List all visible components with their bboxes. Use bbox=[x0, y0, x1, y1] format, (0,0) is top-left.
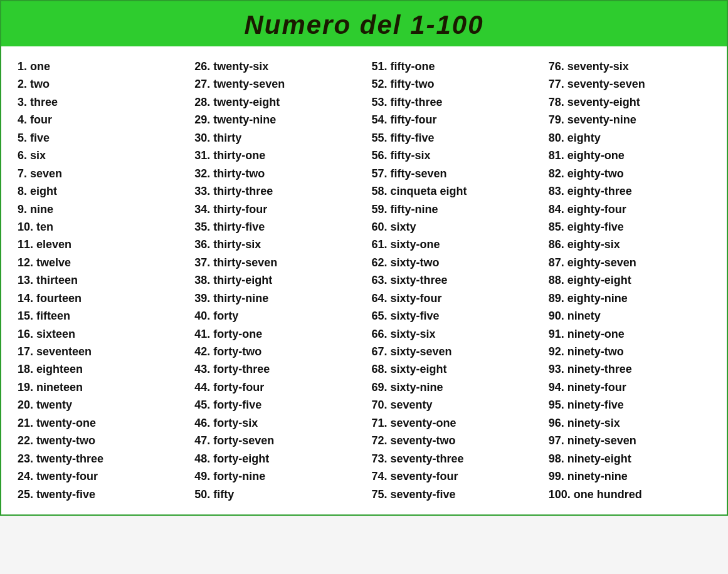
list-item: 62. sixty-two bbox=[372, 254, 539, 271]
numbers-content: 1. one2. two3. three4. four5. five6. six… bbox=[1, 46, 727, 514]
list-item: 90. ninety bbox=[549, 307, 715, 325]
list-item: 39. thirty-nine bbox=[194, 290, 361, 307]
list-item: 2. two bbox=[18, 75, 184, 93]
list-item: 83. eighty-three bbox=[549, 182, 715, 200]
list-item: 49. forty-nine bbox=[194, 467, 361, 485]
column-4: 76. seventy-six77. seventy-seven78. seve… bbox=[544, 58, 720, 503]
list-item: 85. eighty-five bbox=[549, 218, 715, 236]
list-item: 79. seventy-nine bbox=[549, 111, 715, 128]
list-item: 11. eleven bbox=[18, 236, 184, 253]
list-item: 64. sixty-four bbox=[372, 290, 539, 307]
list-item: 53. fifty-three bbox=[372, 93, 539, 111]
list-item: 48. forty-eight bbox=[194, 450, 361, 467]
list-item: 9. nine bbox=[18, 201, 184, 218]
list-item: 91. ninety-one bbox=[549, 325, 715, 343]
list-item: 95. ninety-five bbox=[549, 396, 715, 414]
list-item: 27. twenty-seven bbox=[194, 75, 361, 93]
list-item: 96. ninety-six bbox=[549, 414, 715, 432]
list-item: 1. one bbox=[18, 58, 184, 75]
list-item: 77. seventy-seven bbox=[549, 75, 715, 93]
list-item: 35. thirty-five bbox=[194, 218, 361, 236]
list-item: 59. fifty-nine bbox=[372, 201, 539, 218]
list-item: 16. sixteen bbox=[18, 325, 184, 343]
list-item: 73. seventy-three bbox=[372, 450, 539, 467]
list-item: 58. cinqueta eight bbox=[372, 182, 539, 200]
list-item: 57. fifty-seven bbox=[372, 165, 539, 182]
list-item: 13. thirteen bbox=[18, 271, 184, 289]
list-item: 78. seventy-eight bbox=[549, 93, 715, 111]
list-item: 17. seventeen bbox=[18, 343, 184, 360]
list-item: 43. forty-three bbox=[194, 360, 361, 378]
list-item: 46. forty-six bbox=[194, 414, 361, 432]
column-3: 51. fifty-one52. fifty-two53. fifty-thre… bbox=[367, 58, 544, 503]
list-item: 44. forty-four bbox=[194, 378, 361, 396]
list-item: 68. sixty-eight bbox=[372, 360, 539, 378]
list-item: 33. thirty-three bbox=[194, 182, 361, 200]
list-item: 6. six bbox=[18, 147, 184, 164]
list-item: 82. eighty-two bbox=[549, 165, 715, 182]
list-item: 29. twenty-nine bbox=[194, 111, 361, 128]
list-item: 81. eighty-one bbox=[549, 147, 715, 164]
list-item: 80. eighty bbox=[549, 129, 715, 147]
list-item: 67. sixty-seven bbox=[372, 343, 539, 360]
list-item: 87. eighty-seven bbox=[549, 254, 715, 271]
list-item: 51. fifty-one bbox=[372, 58, 539, 75]
list-item: 26. twenty-six bbox=[194, 58, 361, 75]
page-title: Numero del 1-100 bbox=[1, 10, 727, 40]
list-item: 94. ninety-four bbox=[549, 378, 715, 396]
list-item: 99. ninety-nine bbox=[549, 467, 715, 485]
list-item: 10. ten bbox=[18, 218, 184, 236]
list-item: 45. forty-five bbox=[194, 396, 361, 414]
list-item: 98. ninety-eight bbox=[549, 450, 715, 467]
list-item: 30. thirty bbox=[194, 129, 361, 147]
list-item: 56. fifty-six bbox=[372, 147, 539, 164]
list-item: 4. four bbox=[18, 111, 184, 128]
list-item: 93. ninety-three bbox=[549, 360, 715, 378]
main-container: Numero del 1-100 1. one2. two3. three4. … bbox=[0, 0, 728, 516]
list-item: 88. eighty-eight bbox=[549, 271, 715, 289]
list-item: 50. fifty bbox=[194, 486, 361, 503]
list-item: 3. three bbox=[18, 93, 184, 111]
list-item: 89. eighty-nine bbox=[549, 290, 715, 307]
list-item: 21. twenty-one bbox=[18, 414, 184, 432]
list-item: 92. ninety-two bbox=[549, 343, 715, 360]
list-item: 84. eighty-four bbox=[549, 201, 715, 218]
list-item: 42. forty-two bbox=[194, 343, 361, 360]
list-item: 5. five bbox=[18, 129, 184, 147]
list-item: 23. twenty-three bbox=[18, 450, 184, 467]
list-item: 76. seventy-six bbox=[549, 58, 715, 75]
column-2: 26. twenty-six27. twenty-seven28. twenty… bbox=[189, 58, 366, 503]
list-item: 65. sixty-five bbox=[372, 307, 539, 325]
list-item: 86. eighty-six bbox=[549, 236, 715, 253]
list-item: 7. seven bbox=[18, 165, 184, 182]
list-item: 8. eight bbox=[18, 182, 184, 200]
list-item: 34. thirty-four bbox=[194, 201, 361, 218]
list-item: 36. thirty-six bbox=[194, 236, 361, 253]
list-item: 75. seventy-five bbox=[372, 486, 539, 503]
list-item: 14. fourteen bbox=[18, 290, 184, 307]
page-header: Numero del 1-100 bbox=[1, 1, 727, 46]
list-item: 61. sixty-one bbox=[372, 236, 539, 253]
list-item: 72. seventy-two bbox=[372, 432, 539, 449]
list-item: 20. twenty bbox=[18, 396, 184, 414]
list-item: 52. fifty-two bbox=[372, 75, 539, 93]
list-item: 15. fifteen bbox=[18, 307, 184, 325]
list-item: 19. nineteen bbox=[18, 378, 184, 396]
list-item: 28. twenty-eight bbox=[194, 93, 361, 111]
list-item: 74. seventy-four bbox=[372, 467, 539, 485]
list-item: 25. twenty-five bbox=[18, 486, 184, 503]
list-item: 40. forty bbox=[194, 307, 361, 325]
list-item: 66. sixty-six bbox=[372, 325, 539, 343]
list-item: 22. twenty-two bbox=[18, 432, 184, 449]
list-item: 47. forty-seven bbox=[194, 432, 361, 449]
list-item: 32. thirty-two bbox=[194, 165, 361, 182]
list-item: 100. one hundred bbox=[549, 486, 715, 503]
list-item: 69. sixty-nine bbox=[372, 378, 539, 396]
list-item: 41. forty-one bbox=[194, 325, 361, 343]
list-item: 18. eighteen bbox=[18, 360, 184, 378]
list-item: 97. ninety-seven bbox=[549, 432, 715, 449]
list-item: 37. thirty-seven bbox=[194, 254, 361, 271]
list-item: 31. thirty-one bbox=[194, 147, 361, 164]
list-item: 38. thirty-eight bbox=[194, 271, 361, 289]
list-item: 55. fifty-five bbox=[372, 129, 539, 147]
